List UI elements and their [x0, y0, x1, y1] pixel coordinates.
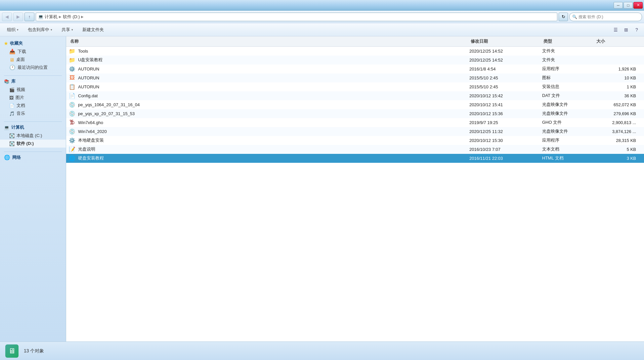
close-button[interactable]: ✕ [633, 2, 643, 9]
table-row[interactable]: 💿 pe_yqs_xp_20_07_31_15_53 2020/10/12 15… [66, 109, 644, 118]
include-button[interactable]: 包含到库中 ▾ [23, 24, 57, 35]
file-modified: 2019/9/7 19:25 [469, 120, 542, 125]
sidebar-network-header[interactable]: 🌐 网络 [0, 153, 66, 162]
title-bar: ─ □ ✕ [0, 0, 644, 11]
star-icon: ★ [4, 41, 8, 46]
column-size[interactable]: 大小 [595, 38, 641, 45]
file-type: 安装信息 [542, 84, 595, 90]
computer-icon: 💻 [4, 125, 9, 130]
file-modified: 2020/10/12 15:41 [469, 102, 542, 107]
file-size: 36 KB [595, 93, 641, 98]
sidebar-item-desktop[interactable]: 🖥 桌面 [0, 56, 66, 64]
table-row[interactable]: 💿 Win7x64_2020 2020/12/25 11:32 光盘映像文件 3… [66, 127, 644, 136]
sidebar-favorites-header[interactable]: ★ 收藏夹 [0, 39, 66, 48]
file-name: AUTORUN [78, 67, 99, 71]
file-name: Tools [78, 49, 88, 54]
sidebar-item-docs[interactable]: 📄 文档 [0, 102, 66, 110]
pictures-icon: 🖼 [9, 95, 14, 100]
sidebar-local-c-label: 本地磁盘 (C:) [17, 133, 42, 139]
search-icon: 🔍 [572, 15, 577, 19]
file-size: 10 KB [595, 75, 641, 80]
share-dropdown-icon: ▾ [71, 28, 73, 31]
table-row[interactable]: 🗜 Win7x64.gho 2019/9/7 19:25 GHO 文件 2,90… [66, 118, 644, 127]
sidebar-item-local-c[interactable]: 💽 本地磁盘 (C:) [0, 132, 66, 140]
organize-dropdown-icon: ▾ [17, 28, 19, 31]
table-row[interactable]: 💿 pe_yqs_1064_20_07_31_16_04 2020/10/12 … [66, 100, 644, 109]
sidebar-item-pictures[interactable]: 🖼 图片 [0, 94, 66, 102]
file-icon: 🗜 [69, 119, 75, 126]
back-button[interactable]: ◀ [2, 13, 12, 21]
file-type: 文件夹 [542, 57, 595, 63]
table-row[interactable]: ⚙️ 本地硬盘安装 2020/10/12 15:30 应用程序 28,315 K… [66, 136, 644, 145]
file-name: Win7x64_2020 [78, 129, 107, 134]
file-type: HTML 文档 [542, 155, 595, 161]
sidebar-software-d-label: 软件 (D:) [17, 141, 34, 147]
file-size: 3,874,126 ... [595, 129, 641, 134]
help-button[interactable]: ? [632, 25, 641, 34]
local-c-icon: 💽 [9, 133, 15, 138]
file-area: 名称 修改日期 类型 大小 📁 Tools 2020/12/25 14:52 文… [66, 36, 644, 341]
column-modified[interactable]: 修改日期 [469, 38, 542, 45]
table-row[interactable]: 📝 光盘说明 2016/10/23 7:07 文本文档 5 KB [66, 145, 644, 154]
file-header: 名称 修改日期 类型 大小 [66, 36, 644, 47]
file-list: 📁 Tools 2020/12/25 14:52 文件夹 📁 U盘安装教程 20… [66, 47, 644, 341]
forward-button[interactable]: ▶ [13, 13, 23, 21]
sidebar-library-header[interactable]: 📚 库 [0, 77, 66, 86]
file-type: 文件夹 [542, 48, 595, 54]
file-icon: 📁 [69, 48, 75, 54]
file-type: 文本文档 [542, 146, 595, 152]
sidebar-item-recent[interactable]: 🕐 最近访问的位置 [0, 64, 66, 71]
file-modified: 2020/10/12 15:36 [469, 111, 542, 116]
share-button[interactable]: 共享 ▾ [57, 24, 77, 35]
up-button[interactable]: ↑ [24, 13, 34, 21]
sidebar-item-video[interactable]: 🎬 视频 [0, 86, 66, 94]
new-folder-button[interactable]: 新建文件夹 [78, 24, 108, 35]
breadcrumb-computer[interactable]: 计算机 [45, 14, 58, 20]
include-label: 包含到库中 [28, 27, 49, 33]
table-row[interactable]: 🌐 硬盘安装教程 2016/11/21 22:03 HTML 文档 3 KB [66, 154, 644, 163]
breadcrumb-icon: 💻 [38, 14, 43, 19]
desktop-icon: 🖥 [9, 57, 14, 63]
file-size: 5 KB [595, 147, 641, 152]
breadcrumb[interactable]: 💻 计算机 ▶ 软件 (D:) ▶ [36, 13, 557, 21]
table-row[interactable]: 🖼 AUTORUN 2015/5/10 2:45 图标 10 KB [66, 73, 644, 82]
music-icon: 🎵 [9, 111, 15, 116]
folder-icon: 📥 [9, 49, 16, 55]
sidebar-computer-header[interactable]: 💻 计算机 [0, 123, 66, 132]
column-name[interactable]: 名称 [69, 38, 469, 45]
docs-icon: 📄 [9, 103, 15, 108]
file-name: Win7x64.gho [78, 120, 103, 125]
file-icon: ⚙️ [69, 137, 75, 144]
sidebar-item-software-d[interactable]: 💽 软件 (D:) [0, 140, 66, 148]
view-details-button[interactable]: ⊞ [622, 25, 631, 34]
file-name: pe_yqs_1064_20_07_31_16_04 [78, 102, 140, 107]
organize-button[interactable]: 组织 ▾ [3, 24, 23, 35]
sidebar-item-music[interactable]: 🎵 音乐 [0, 110, 66, 117]
maximize-button[interactable]: □ [623, 2, 633, 9]
file-name: pe_yqs_xp_20_07_31_15_53 [78, 111, 135, 116]
sidebar-recent-label: 最近访问的位置 [18, 65, 48, 70]
table-row[interactable]: 📋 AUTORUN 2015/5/10 2:45 安装信息 1 KB [66, 82, 644, 91]
title-bar-buttons: ─ □ ✕ [614, 2, 643, 9]
file-modified: 2016/10/23 7:07 [469, 147, 542, 152]
minimize-button[interactable]: ─ [614, 2, 623, 9]
file-size: 652,072 KB [595, 102, 641, 107]
sidebar-pictures-label: 图片 [16, 95, 24, 101]
file-icon: 📝 [69, 146, 75, 153]
refresh-button[interactable]: ↻ [559, 13, 568, 21]
breadcrumb-drive[interactable]: 软件 (D:) [63, 14, 80, 20]
table-row[interactable]: ⚙️ AUTORUN 2016/1/8 4:54 应用程序 1,926 KB [66, 65, 644, 73]
column-type[interactable]: 类型 [542, 38, 595, 45]
sidebar-video-label: 视频 [17, 87, 25, 93]
sidebar-downloads-label: 下载 [18, 49, 26, 55]
search-input[interactable] [579, 15, 639, 19]
table-row[interactable]: 📁 Tools 2020/12/25 14:52 文件夹 [66, 47, 644, 56]
view-toggle-button[interactable]: ☰ [611, 25, 620, 34]
search-bar[interactable]: 🔍 [569, 13, 642, 21]
sidebar-favorites-label: 收藏夹 [10, 40, 23, 46]
table-row[interactable]: 📄 Config.dat 2020/10/12 15:42 DAT 文件 36 … [66, 91, 644, 100]
table-row[interactable]: 📁 U盘安装教程 2020/12/25 14:52 文件夹 [66, 56, 644, 65]
file-type: DAT 文件 [542, 93, 595, 99]
app-icon: 🖥 [8, 347, 16, 355]
sidebar-item-downloads[interactable]: 📥 下载 [0, 48, 66, 56]
